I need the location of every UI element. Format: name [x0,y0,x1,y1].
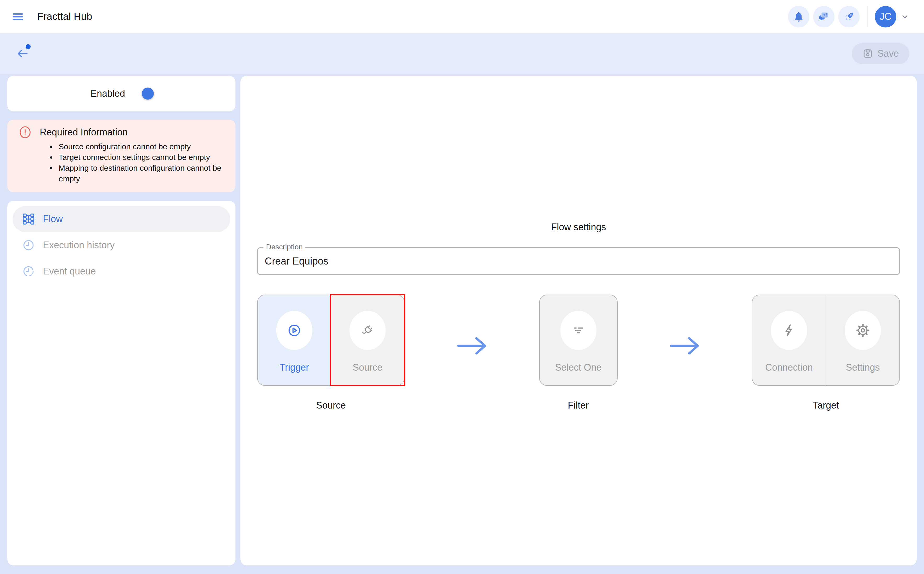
sidebar-nav: Flow Execution history [7,201,236,565]
sidebar-item-flow[interactable]: Flow [13,206,230,232]
icon-circle [771,311,807,350]
step-label: Connection [765,362,813,373]
icon-circle [350,311,386,350]
flow-group-target: Connection [752,295,900,411]
flow-settings-panel: Flow settings Description [240,76,917,565]
sidebar-item-execution-history[interactable]: Execution history [13,232,230,258]
flow-group-filter: Select One Filter [539,295,618,411]
flow-toolbar: Save [0,33,924,74]
icon-circle [276,311,312,350]
trigger-step-button[interactable]: Trigger [258,295,331,385]
error-icon [18,125,32,139]
ai-assistant-button[interactable] [813,6,835,27]
lightning-icon [782,323,796,338]
rocket-icon [843,11,855,23]
app-title: Fracttal Hub [37,11,92,22]
alert-header: Required Information [18,127,228,137]
arrow-right-icon [456,334,488,358]
alert-title: Required Information [40,127,128,138]
description-field: Description [257,247,900,275]
unsaved-changes-dot [25,44,31,49]
avatar[interactable]: JC [875,6,896,27]
alert-item: Source configuration cannot be empty [57,141,228,152]
step-label: Settings [846,362,880,373]
gear-icon [856,323,870,338]
filter-step-button[interactable]: Select One [539,295,618,386]
header-actions: JC [784,6,909,27]
flow-group-source: Trigger [257,295,405,411]
icon-circle [845,311,881,350]
content: Enabled Required Information [0,74,924,574]
save-label: Save [877,48,899,59]
group-label-source: Source [316,400,346,411]
sidebar-item-label: Execution history [43,240,115,251]
description-input[interactable] [257,247,900,275]
flow-icon [22,213,35,226]
toggle-thumb [142,88,154,99]
arrow-right-icon [669,334,701,358]
whats-new-button[interactable] [838,6,860,27]
source-card: Trigger [257,295,405,386]
ai-chat-icon [818,11,830,23]
target-card: Connection [752,295,900,386]
menu-button[interactable] [10,9,25,25]
enabled-toggle[interactable] [132,89,152,98]
save-icon [862,48,873,59]
app-header: Fracttal Hub [0,0,924,33]
alert-list: Source configuration cannot be empty Tar… [18,141,228,184]
flow-arrow [618,295,752,386]
menu-icon [11,11,24,23]
step-label: Source [353,362,383,373]
alert-item: Mapping to destination configuration can… [57,162,228,184]
group-label-target: Target [813,400,839,411]
chevron-down-icon [900,12,909,21]
alert-item: Target connection settings cannot be emp… [57,152,228,162]
header-divider [867,6,867,27]
step-label: Trigger [280,362,309,373]
flow-arrow [405,295,539,386]
icon-circle [560,311,596,350]
filter-icon [571,323,585,337]
enabled-label: Enabled [90,88,125,99]
group-label-filter: Filter [568,400,589,411]
save-button[interactable]: Save [852,43,909,64]
description-field-label: Description [263,243,305,251]
sidebar-item-label: Event queue [43,266,96,277]
history-icon [22,265,35,278]
page: Fracttal Hub [0,0,924,574]
clock-icon [22,239,35,252]
step-label: Select One [555,362,601,373]
play-circle-icon [287,323,302,338]
panel-title: Flow settings [240,222,917,233]
sidebar-item-event-queue[interactable]: Event queue [13,258,230,284]
bell-icon [793,11,804,22]
account-menu-button[interactable] [900,12,909,21]
enabled-card: Enabled [7,76,236,111]
flow-diagram: Trigger [257,295,900,411]
sidebar-item-label: Flow [43,214,63,224]
plug-icon [360,323,375,338]
sidebar: Enabled Required Information [7,76,236,565]
source-step-button[interactable]: Source [331,295,404,385]
back-arrow-icon [16,47,29,60]
connection-step-button[interactable]: Connection [752,295,826,385]
settings-step-button[interactable]: Settings [826,295,899,385]
required-info-alert: Required Information Source configuratio… [7,120,236,192]
notifications-button[interactable] [788,6,809,27]
back-button[interactable] [13,44,32,63]
